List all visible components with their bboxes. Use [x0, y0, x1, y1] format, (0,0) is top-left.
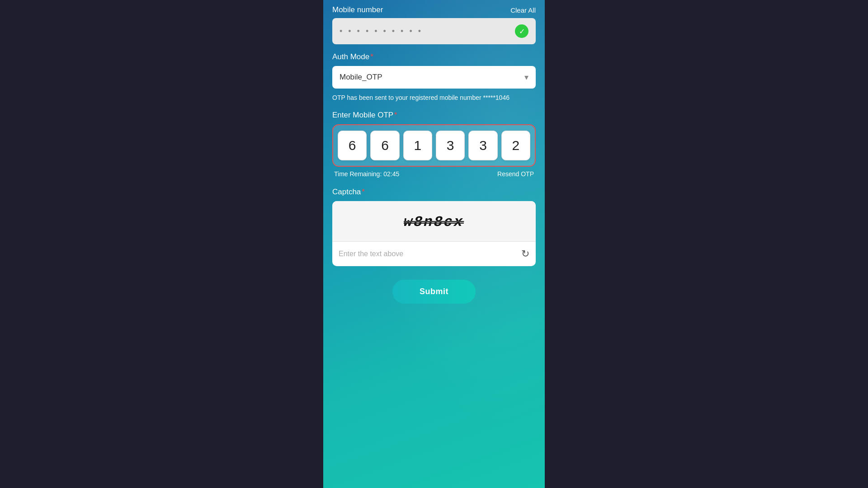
auth-mode-section: Auth Mode* Mobile_OTP ▾ OTP has been sen… [332, 52, 536, 103]
otp-section: Enter Mobile OTP* 6 6 1 3 3 [332, 111, 536, 178]
auth-mode-dropdown[interactable]: Mobile_OTP ▾ [332, 66, 536, 89]
mobile-number-input-display: • • • • • • • • • • ✓ [332, 18, 536, 44]
otp-digit-5[interactable]: 3 [468, 131, 497, 160]
otp-digit-3[interactable]: 1 [403, 131, 432, 160]
mobile-number-masked: • • • • • • • • • • [340, 27, 423, 36]
main-content: Mobile number Clear All • • • • • • • • … [323, 0, 545, 308]
refresh-icon: ↻ [521, 248, 529, 260]
mobile-number-header: Mobile number Clear All [332, 0, 536, 18]
captcha-asterisk: * [362, 188, 365, 196]
mobile-number-label: Mobile number [332, 5, 383, 14]
otp-digit-4[interactable]: 3 [436, 131, 465, 160]
clear-all-button[interactable]: Clear All [510, 6, 536, 14]
otp-digit-2[interactable]: 6 [370, 131, 399, 160]
phone-screen: Mobile number Clear All • • • • • • • • … [323, 0, 545, 488]
captcha-text-display: w8n8cx [403, 214, 464, 230]
time-remaining-text: Time Remaining: 02:45 [334, 170, 399, 178]
captcha-section: Captcha* w8n8cx ↻ [332, 188, 536, 266]
resend-otp-button[interactable]: Resend OTP [497, 170, 534, 178]
captcha-label: Captcha* [332, 188, 536, 197]
captcha-image-area: w8n8cx [332, 201, 536, 242]
captcha-refresh-button[interactable]: ↻ [515, 242, 536, 266]
otp-digit-1[interactable]: 6 [338, 131, 367, 160]
verified-check-icon: ✓ [515, 24, 528, 38]
otp-asterisk: * [394, 111, 397, 119]
submit-button[interactable]: Submit [392, 280, 476, 304]
chevron-down-icon: ▾ [524, 72, 528, 82]
otp-info-text: OTP has been sent to your registered mob… [332, 93, 536, 103]
right-dark-panel [545, 0, 868, 488]
captcha-text-input[interactable] [332, 243, 515, 265]
otp-digit-6[interactable]: 2 [501, 131, 530, 160]
otp-boxes-container: 6 6 1 3 3 2 [332, 124, 536, 167]
bottom-action-area: Submit [332, 280, 536, 308]
captcha-card: w8n8cx ↻ [332, 201, 536, 266]
left-dark-panel [0, 0, 323, 488]
otp-timer-row: Time Remaining: 02:45 Resend OTP [332, 170, 536, 178]
auth-mode-selected-value: Mobile_OTP [340, 73, 382, 82]
auth-mode-label: Auth Mode* [332, 52, 536, 61]
otp-label: Enter Mobile OTP* [332, 111, 536, 120]
auth-mode-asterisk: * [370, 52, 373, 61]
captcha-input-row: ↻ [332, 242, 536, 266]
